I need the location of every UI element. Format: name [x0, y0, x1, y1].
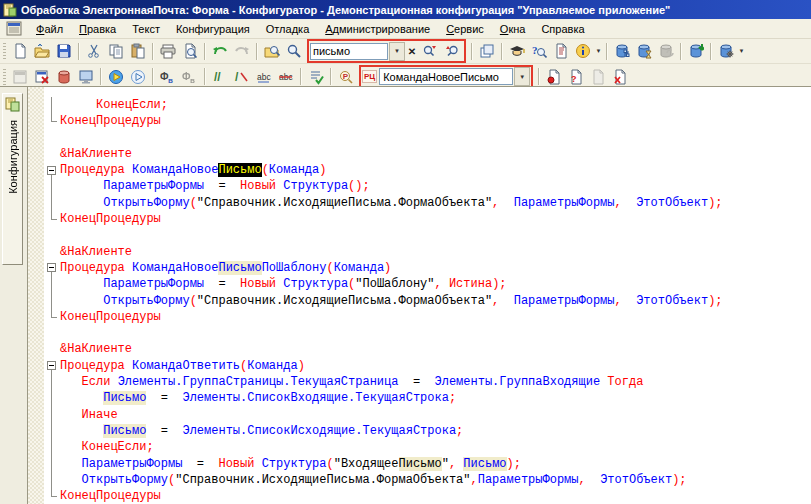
menu-item-администрирование[interactable]: Администрирование	[317, 21, 438, 37]
db-sync-button[interactable]	[655, 41, 677, 61]
menu-item-справка[interactable]: Справка	[533, 21, 592, 37]
menu-item-файл[interactable]: Файл	[28, 21, 71, 37]
uncomment-lines-button[interactable]: /	[231, 67, 253, 87]
client-app-button[interactable]	[75, 67, 97, 87]
copy-button[interactable]	[105, 41, 127, 61]
code-text[interactable]: ПараметрыФормы = Новый Структура("Входящ…	[60, 456, 521, 472]
breakpoints-remove-button[interactable]	[609, 67, 631, 87]
search-clear-button[interactable]: ✕	[405, 43, 419, 60]
procedure-combo-dropdown[interactable]: ▼	[514, 67, 530, 86]
redo-icon	[234, 43, 250, 59]
menu-item-правка[interactable]: Правка	[71, 21, 124, 37]
config-form-button[interactable]	[9, 67, 31, 87]
syntax-help-button[interactable]: ?	[528, 41, 550, 61]
code-text[interactable]: Процедура КомандаОтветить(Команда)	[60, 358, 305, 374]
menu-item-окна[interactable]: Окна	[492, 21, 534, 37]
code-text[interactable]: КонецПроцедуры	[60, 211, 161, 227]
code-text[interactable]: КонецЕсли;	[60, 439, 154, 455]
find-button[interactable]	[283, 41, 305, 61]
code-text[interactable]: &НаКлиенте	[60, 244, 132, 260]
code-text[interactable]: Процедура КомандаНовоеПисьмо(Команда)	[60, 162, 326, 178]
code-text[interactable]: КонецПроцедуры	[60, 113, 161, 129]
db-pending-changes-button[interactable]	[633, 41, 655, 61]
db-load-button[interactable]	[685, 41, 707, 61]
new-document-button[interactable]	[9, 41, 31, 61]
print-preview-button[interactable]	[179, 41, 201, 61]
menu-item-конфигурация[interactable]: Конфигурация	[168, 21, 258, 37]
code-text[interactable]: Если Элементы.ГруппаСтраницы.ТекущаяСтра…	[60, 374, 643, 390]
debug-start-button[interactable]	[105, 67, 127, 87]
text-case-2-button[interactable]: Фв	[179, 67, 201, 87]
code-text[interactable]: Иначе	[60, 407, 118, 423]
code-text[interactable]: КонецЕсли;	[60, 97, 168, 113]
db-update-config-icon	[614, 43, 630, 59]
cut-button[interactable]	[83, 41, 105, 61]
code-text[interactable]: КонецПроцедуры	[60, 309, 161, 325]
db-service-button[interactable]	[715, 41, 737, 61]
find-next-button[interactable]	[419, 41, 441, 61]
gutter	[44, 341, 60, 357]
code-text[interactable]: ПараметрыФормы = Новый Структура("ПоШабл…	[60, 276, 507, 292]
print-button[interactable]	[157, 41, 179, 61]
search-dropdown-button[interactable]: ▼	[389, 42, 405, 61]
info-icon	[575, 43, 591, 59]
code-text[interactable]: ПараметрыФормы = Новый Структура();	[60, 178, 370, 194]
run-client-button[interactable]	[127, 67, 149, 87]
code-text[interactable]: Письмо = Элементы.СписокВходящие.Текущая…	[60, 390, 456, 406]
toolbar-separator	[152, 43, 154, 60]
find-in-files-button[interactable]	[261, 41, 283, 61]
format-text-button[interactable]: abc	[253, 67, 275, 87]
close-form-button[interactable]	[31, 67, 53, 87]
collapse-toggle[interactable]	[44, 358, 60, 374]
gutter	[44, 244, 60, 260]
code-text[interactable]: Процедура КомандаНовоеПисьмоПоШаблону(Ко…	[60, 260, 391, 276]
mdi-window-icon[interactable]	[6, 21, 22, 36]
code-text[interactable]: КонецПроцедуры	[60, 488, 161, 504]
collapse-toggle[interactable]	[44, 260, 60, 276]
title-bar: Обработка ЭлектроннаяПочта: Форма - Конф…	[0, 0, 811, 19]
code-text[interactable]: ОткрытьФорму("Справочник.ИсходящиеПисьма…	[60, 472, 687, 488]
text-case-button[interactable]: Фв	[157, 67, 179, 87]
undo-button[interactable]	[209, 41, 231, 61]
dropdown-caret[interactable]: ▼	[594, 41, 603, 61]
toolbar-grip[interactable]	[3, 69, 6, 85]
search-input[interactable]	[310, 43, 388, 60]
open-file-button[interactable]	[31, 41, 53, 61]
info-button[interactable]	[572, 41, 594, 61]
collapse-toggle[interactable]	[44, 162, 60, 178]
menu-item-сервис[interactable]: Сервис	[438, 21, 492, 37]
code-line: ОткрытьФорму("Справочник.ИсходящиеПисьма…	[44, 472, 811, 488]
db-update-config-button[interactable]	[611, 41, 633, 61]
tab-configuration[interactable]: Конфигурация	[2, 93, 23, 265]
code-text[interactable]: &НаКлиенте	[60, 341, 132, 357]
breakpoints-disable-button[interactable]	[587, 67, 609, 87]
code-text[interactable]: &НаКлиенте	[60, 146, 132, 162]
breakpoint-condition-button[interactable]: ?	[565, 67, 587, 87]
code-editor[interactable]: КонецЕсли;КонецПроцедуры&НаКлиентеПроцед…	[28, 87, 811, 504]
menu-item-отладка[interactable]: Отладка	[258, 21, 317, 37]
duplicate-window-button[interactable]	[476, 41, 498, 61]
find-previous-button[interactable]	[441, 41, 463, 61]
dropdown-caret[interactable]: ▼	[737, 41, 746, 61]
toolbar-grip[interactable]	[3, 43, 6, 59]
help-contents-button[interactable]	[550, 41, 572, 61]
check-module-button[interactable]	[305, 67, 327, 87]
paste-button[interactable]	[127, 41, 149, 61]
breakpoints-remove-icon	[612, 69, 628, 85]
code-text[interactable]: Письмо = Элементы.СписокИсходящие.Текуща…	[60, 423, 463, 439]
procedures-list-button[interactable]: P	[335, 67, 357, 87]
comment-lines-button[interactable]: //	[209, 67, 231, 87]
redo-button[interactable]	[231, 41, 253, 61]
gutter	[44, 439, 60, 455]
database-button[interactable]	[53, 67, 75, 87]
menu-item-текст[interactable]: Текст	[124, 21, 168, 37]
save-button[interactable]	[53, 41, 75, 61]
client-app-icon	[78, 69, 94, 85]
unformat-text-button[interactable]: abc	[275, 67, 297, 87]
code-text[interactable]: ОткрытьФорму("Справочник.ИсходящиеПисьма…	[60, 293, 723, 309]
procedure-combo[interactable]: КомандаНовоеПисьмо	[379, 68, 513, 85]
syntax-check-button[interactable]	[506, 41, 528, 61]
code-text[interactable]: ОткрытьФорму("Справочник.ИсходящиеПисьма…	[60, 195, 723, 211]
uncomment-lines-icon: /	[234, 69, 250, 85]
breakpoint-button[interactable]	[543, 67, 565, 87]
